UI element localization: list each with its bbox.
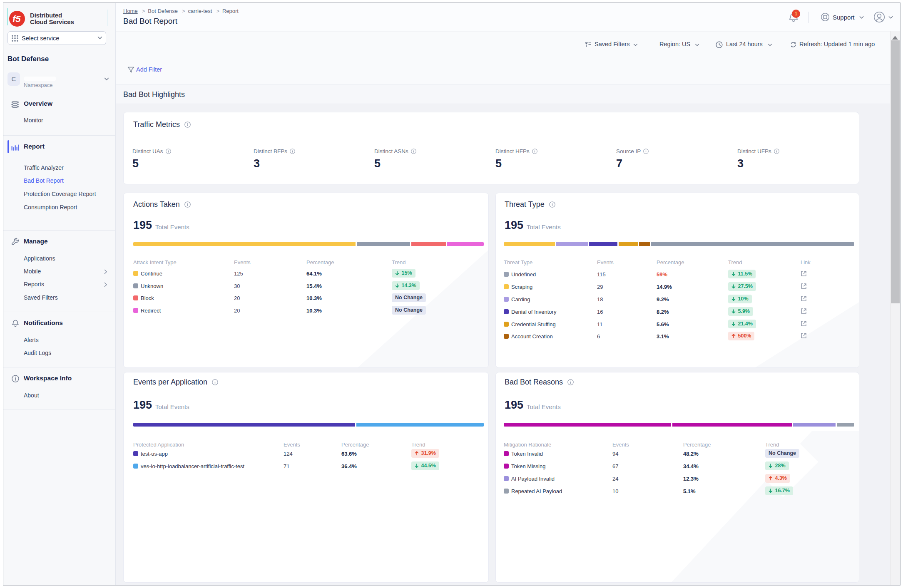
svg-text:f5: f5 bbox=[12, 14, 21, 24]
